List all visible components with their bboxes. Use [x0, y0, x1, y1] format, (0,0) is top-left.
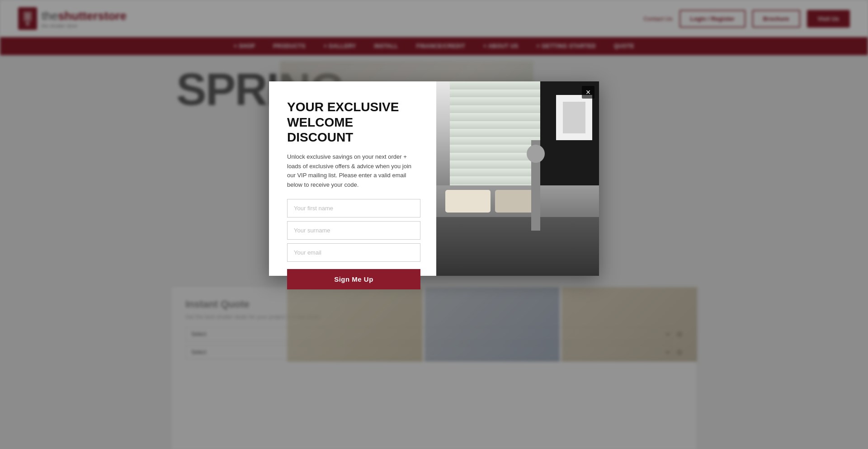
- slat: [450, 105, 540, 113]
- pillow: [445, 190, 491, 213]
- close-button[interactable]: ×: [582, 86, 594, 99]
- slat: [450, 121, 540, 129]
- first-name-input[interactable]: [287, 199, 420, 217]
- floor-lamp: [531, 140, 540, 231]
- surname-input[interactable]: [287, 221, 420, 240]
- slat: [450, 176, 540, 184]
- email-input[interactable]: [287, 243, 420, 262]
- slat: [450, 97, 540, 105]
- slat: [450, 137, 540, 145]
- slat: [450, 169, 540, 177]
- bedspread: [436, 217, 599, 276]
- slat: [450, 129, 540, 137]
- welcome-discount-modal: YOUR EXCLUSIVE WELCOME DISCOUNT Unlock e…: [269, 81, 599, 276]
- bedroom-image: [436, 81, 599, 276]
- slat: [450, 81, 540, 90]
- bed-area: [436, 185, 599, 276]
- modal-description: Unlock exclusive savings on your next or…: [287, 152, 420, 190]
- wall-art: [556, 95, 592, 140]
- slat: [450, 113, 540, 121]
- modal-left-panel: YOUR EXCLUSIVE WELCOME DISCOUNT Unlock e…: [269, 81, 436, 276]
- modal-title: YOUR EXCLUSIVE WELCOME DISCOUNT: [287, 99, 420, 145]
- slat: [450, 161, 540, 169]
- slat: [450, 90, 540, 98]
- sign-me-up-button[interactable]: Sign Me Up: [287, 269, 420, 289]
- modal-right-panel: ×: [436, 81, 599, 276]
